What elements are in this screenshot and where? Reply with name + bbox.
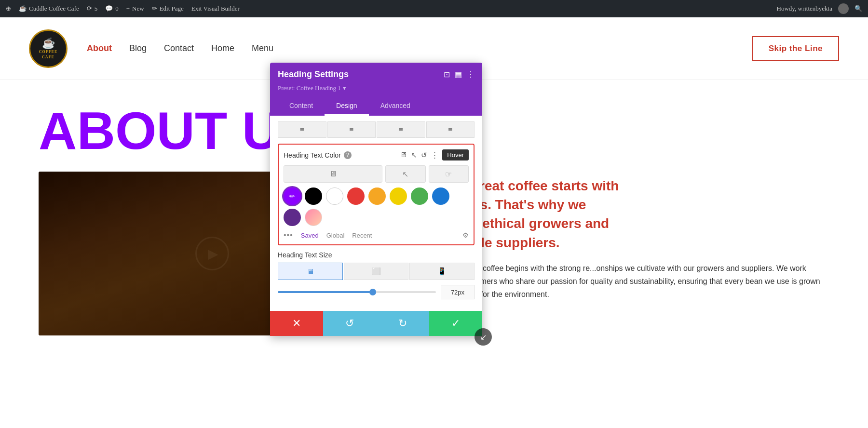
swatch-orange[interactable] [368,187,386,205]
size-tablet-button[interactable]: ⬜ [344,263,409,280]
admin-bar-comments[interactable]: 💬 0 [105,5,119,13]
panel-title-row: Heading Settings ⊡ ▦ ⋮ [278,69,475,80]
panel-header: Heading Settings ⊡ ▦ ⋮ Preset: Coffee He… [270,63,482,116]
admin-bar-revisions[interactable]: ⟳ 5 [87,5,98,13]
align-left-button[interactable]: ≡ [278,121,326,138]
align-center-button[interactable]: ≡ [327,121,376,138]
color-cursor-icon: ↖ [411,151,417,160]
drag-handle[interactable]: ↙ [475,328,492,346]
device-icons-row: 🖥 ↖ ☞ [284,165,469,183]
pencil-icon: ✏ [152,5,157,13]
confirm-button[interactable]: ✓ [429,311,482,336]
admin-bar-avatar[interactable] [838,3,849,14]
swatch-light-gradient[interactable] [305,209,322,226]
alignment-row: ≡ ≡ ≡ ≡ [278,121,475,138]
swatch-edit-button[interactable]: ✏ [284,187,301,205]
nav-item-menu[interactable]: Menu [252,43,273,54]
admin-bar-exit-builder[interactable]: Exit Visual Builder [191,5,240,13]
size-mobile-button[interactable]: 📱 [409,263,475,280]
wp-icon: ⊕ [6,5,11,13]
admin-bar-right: Howdy, writtenbyekta 🔍 [777,3,862,14]
swatch-black[interactable] [305,187,322,205]
panel-title: Heading Settings [278,69,349,80]
slider-fill [278,291,373,293]
admin-bar-edit-page[interactable]: ✏ Edit Page [152,5,184,13]
admin-bar-howdy: Howdy, writtenbyekta [777,5,832,13]
color-header-icons: 🖥 ↖ ↺ ⋮ Hover [400,149,469,160]
panel-more-icon[interactable]: ⋮ [467,70,475,79]
align-justify-button[interactable]: ≡ [426,121,475,138]
admin-bar-site-name[interactable]: ☕ Cuddle Coffee Cafe [19,5,79,13]
logo-icon: ☕ [42,37,55,50]
color-label: Heading Text Color ? [284,151,352,159]
nav-item-about[interactable]: About [87,43,112,54]
color-tabs: ••• Saved Global Recent ⚙ [284,231,469,240]
swatch-dark-purple[interactable] [284,209,301,226]
color-tab-global[interactable]: Global [326,232,345,239]
swatch-white[interactable] [326,187,343,205]
size-desktop-button[interactable]: 🖥 [278,263,343,280]
hover-badge[interactable]: Hover [442,149,469,160]
cancel-button[interactable]: ✕ [270,311,323,336]
panel-body: ≡ ≡ ≡ ≡ Heading Text Color ? 🖥 ↖ ↺ ⋮ [270,116,482,311]
color-swatches: ✏ [284,187,469,226]
site-icon: ☕ [19,5,27,13]
admin-bar-search-icon[interactable]: 🔍 [854,5,862,13]
swatch-green[interactable] [411,187,428,205]
color-more-icon[interactable]: ⋮ [431,151,438,160]
admin-bar-new[interactable]: + New [126,5,144,13]
tab-advanced[interactable]: Advanced [369,97,422,116]
color-help-icon[interactable]: ? [344,151,352,159]
device-size-row: 🖥 ⬜ 📱 [278,263,475,280]
comments-icon: 💬 [105,5,113,13]
swatch-blue[interactable] [432,187,449,205]
tab-design[interactable]: Design [325,97,369,116]
size-slider-track[interactable] [278,291,436,293]
undo-button[interactable]: ↺ [323,311,376,336]
text-size-label: Heading Text Size [278,251,475,259]
panel-preset[interactable]: Preset: Coffee Heading 1 ▾ [278,84,475,92]
swatch-red[interactable] [347,187,365,205]
color-section: Heading Text Color ? 🖥 ↖ ↺ ⋮ Hover 🖥 ↖ [278,144,475,245]
color-row-header: Heading Text Color ? 🖥 ↖ ↺ ⋮ Hover [284,149,469,160]
nav-item-blog[interactable]: Blog [129,43,147,54]
action-bar: ✕ ↺ ↻ ✓ [270,311,482,336]
redo-button[interactable]: ↻ [376,311,429,336]
color-dots-icon: ••• [284,231,293,240]
panel-title-icons: ⊡ ▦ ⋮ [444,70,475,79]
swatch-yellow[interactable] [390,187,407,205]
preset-arrow-icon: ▾ [343,84,346,92]
hand-cursor-placeholder: ☞ [429,165,469,183]
color-tab-recent[interactable]: Recent [352,232,372,239]
nav-item-contact[interactable]: Contact [164,43,194,54]
panel-columns-icon[interactable]: ▦ [455,70,462,79]
revisions-icon: ⟳ [87,5,92,13]
plus-icon: + [126,5,130,13]
heading-settings-panel: Heading Settings ⊡ ▦ ⋮ Preset: Coffee He… [270,63,482,336]
slider-thumb[interactable] [369,289,376,295]
slider-value[interactable]: 72px [441,285,475,299]
nav-item-home[interactable]: Home [211,43,234,54]
panel-expand-icon[interactable]: ⊡ [444,70,450,79]
panel-tabs: Content Design Advanced [278,97,475,116]
site-logo[interactable]: ☕ COFFEECAFE [29,29,68,68]
logo-text: COFFEECAFE [39,50,57,60]
align-right-button[interactable]: ≡ [377,121,425,138]
color-tab-saved[interactable]: Saved [301,232,319,239]
cursor-placeholder: ↖ [385,165,425,183]
device-desktop-placeholder[interactable]: 🖥 [284,165,382,183]
color-undo-icon[interactable]: ↺ [421,151,427,160]
color-gear-icon[interactable]: ⚙ [462,231,469,239]
slider-row: 72px [278,285,475,299]
admin-bar-wp-icon[interactable]: ⊕ [6,5,11,13]
tab-content[interactable]: Content [278,97,325,116]
skip-line-button[interactable]: Skip the Line [752,36,839,61]
nav-links: About Blog Contact Home Menu [87,43,273,54]
page-content: ABOUT US ••• ...eve that great coffee st… [0,80,868,428]
admin-bar: ⊕ ☕ Cuddle Coffee Cafe ⟳ 5 💬 0 + New ✏ E… [0,0,868,17]
color-desktop-icon[interactable]: 🖥 [400,151,407,159]
